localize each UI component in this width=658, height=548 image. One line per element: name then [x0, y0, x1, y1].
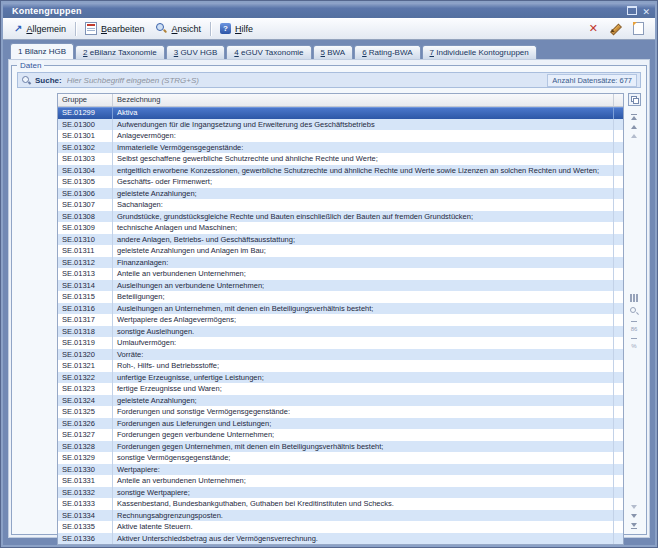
- row-filler: [614, 107, 623, 119]
- cell-bezeichnung: technische Anlagen und Maschinen;: [113, 222, 614, 234]
- table-row[interactable]: SE.01314Ausleihungen an verbundene Unter…: [58, 280, 623, 292]
- table-row[interactable]: SE.01311geleistete Anzahlungen und Anlag…: [58, 245, 623, 257]
- cell-bezeichnung: Geschäfts- oder Firmenwert;: [113, 176, 614, 188]
- cell-gruppe: SE.01336: [58, 533, 113, 545]
- row-filler: [614, 314, 623, 326]
- column-select-icon[interactable]: [630, 294, 638, 302]
- tab-panel: Daten Suche: Hier Suchbegriff eingeben (…: [8, 59, 650, 538]
- table-row[interactable]: SE.01323fertige Erzeugnisse und Waren;: [58, 383, 623, 395]
- table-row[interactable]: SE.01332sonstige Wertpapiere;: [58, 487, 623, 499]
- scroll-down-small-icon[interactable]: [631, 505, 637, 509]
- cell-gruppe: SE.01317: [58, 314, 113, 326]
- search-icon: [21, 75, 31, 85]
- table-row[interactable]: SE.01325Forderungen und sonstige Vermöge…: [58, 406, 623, 418]
- column-header-bezeichnung[interactable]: Bezeichnung: [113, 94, 614, 106]
- scroll-up-small-icon[interactable]: [631, 134, 637, 138]
- cell-bezeichnung: Anteile an verbundenen Unternehmen;: [113, 268, 614, 280]
- scroll-down-icon[interactable]: [631, 514, 637, 518]
- cell-bezeichnung: Roh-, Hilfs- und Betriebsstoffe;: [113, 360, 614, 372]
- cell-gruppe: SE.01329: [58, 452, 113, 464]
- table-row[interactable]: SE.01316Ausleihungen an Unternehmen, mit…: [58, 303, 623, 315]
- cell-bezeichnung: geleistete Anzahlungen und Anlagen im Ba…: [113, 245, 614, 257]
- table-row[interactable]: SE.01310andere Anlagen, Betriebs- und Ge…: [58, 234, 623, 246]
- table-row[interactable]: SE.01336Aktiver Unterschiedsbetrag aus d…: [58, 533, 623, 545]
- table-row[interactable]: SE.01309technische Anlagen und Maschinen…: [58, 222, 623, 234]
- table-row[interactable]: SE.01330Wertpapiere:: [58, 464, 623, 476]
- cell-gruppe: SE.01306: [58, 188, 113, 200]
- scroll-up-icon[interactable]: [631, 125, 637, 129]
- cell-gruppe: SE.01332: [58, 487, 113, 499]
- table-row[interactable]: SE.01327Forderungen gegen verbundene Unt…: [58, 429, 623, 441]
- table-row[interactable]: SE.01318sonstige Ausleihungen.: [58, 326, 623, 338]
- menu-item-bearbeiten[interactable]: Bearbeiten: [79, 18, 151, 39]
- table-row[interactable]: SE.01308Grundstücke, grundstücksgleiche …: [58, 211, 623, 223]
- grid-copy-icon[interactable]: [628, 93, 641, 106]
- table-body: SE.01299AktivaSE.01300Aufwendungen für d…: [58, 107, 623, 544]
- row-filler: [614, 142, 623, 154]
- scroll-top-icon[interactable]: [631, 114, 637, 120]
- cell-gruppe: SE.01320: [58, 349, 113, 361]
- cell-bezeichnung: fertige Erzeugnisse und Waren;: [113, 383, 614, 395]
- search-records-icon[interactable]: [630, 307, 639, 316]
- table-row[interactable]: SE.01312Finanzanlagen:: [58, 257, 623, 269]
- table-row[interactable]: SE.01299Aktiva: [58, 107, 623, 119]
- table-row[interactable]: SE.01313Anteile an verbundenen Unternehm…: [58, 268, 623, 280]
- table-row[interactable]: SE.01319Umlaufvermögen:: [58, 337, 623, 349]
- cell-gruppe: SE.01310: [58, 234, 113, 246]
- table-row[interactable]: SE.01315Beteiligungen;: [58, 291, 623, 303]
- table-row[interactable]: SE.01326Forderungen aus Lieferungen und …: [58, 418, 623, 430]
- table-row[interactable]: SE.01329sonstige Vermögensgegenstände;: [58, 452, 623, 464]
- table-row[interactable]: SE.01333Kassenbestand, Bundesbankguthabe…: [58, 498, 623, 510]
- tab-bilanz-hgb[interactable]: 1 Bilanz HGB: [10, 43, 74, 59]
- menu-item-allgemein[interactable]: Allgemein: [8, 18, 72, 39]
- record-number-icon[interactable]: [631, 321, 638, 333]
- table-row[interactable]: SE.01320Vorräte:: [58, 349, 623, 361]
- table-row[interactable]: SE.01300Aufwendungen für die Ingangsetzu…: [58, 119, 623, 131]
- table-row[interactable]: SE.01301Anlagevermögen:: [58, 130, 623, 142]
- delete-icon[interactable]: [589, 23, 598, 34]
- table-row[interactable]: SE.01322unfertige Erzeugnisse, unfertige…: [58, 372, 623, 384]
- restore-icon[interactable]: [627, 6, 637, 15]
- tab-guv-hgb[interactable]: 3 GUV HGB: [166, 45, 226, 59]
- table-row[interactable]: SE.01305Geschäfts- oder Firmenwert;: [58, 176, 623, 188]
- cell-bezeichnung: sonstige Vermögensgegenstände;: [113, 452, 614, 464]
- table-row[interactable]: SE.01306geleistete Anzahlungen;: [58, 188, 623, 200]
- search-input[interactable]: Hier Suchbegriff eingeben (STRG+S): [67, 76, 548, 85]
- row-filler: [614, 383, 623, 395]
- table-row[interactable]: SE.01335Aktive latente Steuern.: [58, 521, 623, 533]
- grid-area: GruppeBezeichnung SE.01299AktivaSE.01300…: [57, 93, 642, 545]
- table-row[interactable]: SE.01302Immaterielle Vermögensgegenständ…: [58, 142, 623, 154]
- menu-item-hilfe[interactable]: Hilfe: [214, 18, 259, 39]
- table-row[interactable]: SE.01331Anteile an verbundenen Unternehm…: [58, 475, 623, 487]
- table-row[interactable]: SE.01321Roh-, Hilfs- und Betriebsstoffe;: [58, 360, 623, 372]
- grid-scroll-strip: [626, 93, 642, 543]
- table-row[interactable]: SE.01304entgeltlich erworbene Konzession…: [58, 165, 623, 177]
- tab-bwa[interactable]: 5 BWA: [313, 45, 354, 59]
- tab-individuelle-kontogruppen[interactable]: 7 Individuelle Kontogruppen: [422, 45, 537, 59]
- scroll-bottom-icon[interactable]: [631, 523, 637, 529]
- position-percent-icon[interactable]: [631, 338, 636, 350]
- cell-bezeichnung: Beteiligungen;: [113, 291, 614, 303]
- column-header-gruppe[interactable]: Gruppe: [58, 94, 113, 106]
- edit-page-icon: [85, 22, 97, 35]
- edit-pencil-icon[interactable]: [609, 23, 622, 35]
- close-icon[interactable]: [642, 5, 650, 17]
- row-filler: [614, 475, 623, 487]
- cell-bezeichnung: Umlaufvermögen:: [113, 337, 614, 349]
- row-filler: [614, 199, 623, 211]
- menu-item-ansicht[interactable]: Ansicht: [150, 18, 207, 39]
- row-filler: [614, 521, 623, 533]
- tab-ebilanz-taxonomie[interactable]: 2 eBilanz Taxonomie: [75, 45, 165, 59]
- tab-rating-bwa[interactable]: 6 Rating-BWA: [354, 45, 420, 59]
- table-row[interactable]: SE.01324geleistete Anzahlungen;: [58, 395, 623, 407]
- table-row[interactable]: SE.01303Selbst geschaffene gewerbliche S…: [58, 153, 623, 165]
- new-document-icon[interactable]: [633, 22, 644, 35]
- tab-eguv-taxonomie[interactable]: 4 eGUV Taxonomie: [226, 45, 311, 59]
- table-row[interactable]: SE.01317Wertpapiere des Anlagevermögens;: [58, 314, 623, 326]
- row-filler: [614, 510, 623, 522]
- menu-label-hilfe: Hilfe: [235, 24, 253, 34]
- table-row[interactable]: SE.01307Sachanlagen:: [58, 199, 623, 211]
- arrow-up-right-icon: [14, 24, 22, 34]
- table-row[interactable]: SE.01334Rechnungsabgrenzungsposten.: [58, 510, 623, 522]
- table-row[interactable]: SE.01328Forderungen gegen Unternehmen, m…: [58, 441, 623, 453]
